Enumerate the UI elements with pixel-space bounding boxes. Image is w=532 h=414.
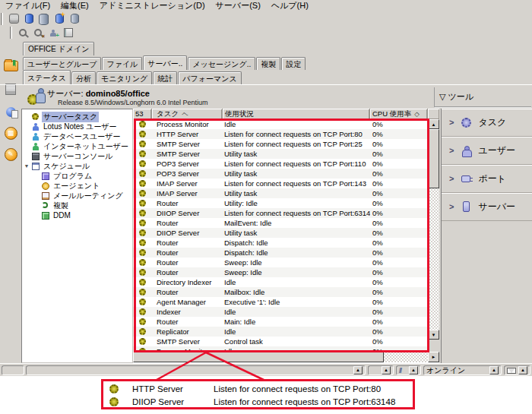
- tree-item[interactable]: インターネットユーザー: [22, 141, 132, 151]
- task-row[interactable]: POP3 Server Listen for connect requests …: [133, 159, 428, 169]
- status-mail-segment[interactable]: ▲: [504, 365, 530, 375]
- task-row[interactable]: Replicator Idle 0%: [133, 327, 428, 337]
- horizontal-scroll-thumb[interactable]: [133, 352, 384, 362]
- task-row[interactable]: SMTP Server Utility task 0%: [133, 149, 428, 159]
- status-popup-icon[interactable]: ▲: [409, 366, 418, 374]
- chevron-right-icon[interactable]: >: [449, 202, 454, 211]
- task-row[interactable]: HTTP Server Listen for connect requests …: [133, 129, 428, 139]
- status-popup-icon[interactable]: ▲: [518, 366, 527, 374]
- task-row[interactable]: Router Sweep: Idle 0%: [133, 258, 428, 267]
- column-header[interactable]: CPU 使用率◇: [370, 109, 428, 119]
- workspace-icon[interactable]: [7, 13, 21, 25]
- task-gear-icon: [139, 299, 146, 305]
- tool-item[interactable]: > タスク: [442, 109, 532, 137]
- add-user-icon[interactable]: +: [46, 27, 60, 39]
- tree-item[interactable]: エージェント: [22, 181, 132, 191]
- chevron-right-icon[interactable]: >: [449, 174, 454, 183]
- task-row[interactable]: Router MailEvent: Idle 0%: [133, 218, 428, 228]
- databases-icon[interactable]: [37, 13, 51, 25]
- task-row[interactable]: Router Sweep: Idle 0%: [133, 267, 428, 277]
- sub-tab[interactable]: 統計: [153, 71, 177, 84]
- task-row[interactable]: Process Monitor Idle 0%: [133, 346, 428, 352]
- tools-header[interactable]: ▽ ツール: [434, 87, 531, 108]
- tree-item[interactable]: プログラム: [22, 171, 132, 181]
- horizontal-scrollbar[interactable]: ►: [133, 352, 439, 362]
- menu-item[interactable]: ヘルプ(H): [266, 0, 314, 11]
- search-icon[interactable]: [16, 27, 30, 39]
- database-icon[interactable]: [22, 13, 36, 25]
- task-row[interactable]: Router Main: Idle 0%: [133, 317, 428, 327]
- task-row[interactable]: Router Utility: Idle 0%: [133, 198, 428, 208]
- tool-item[interactable]: > ユーザー: [442, 137, 532, 165]
- tool-glyph-icon: [461, 118, 471, 128]
- vertical-scrollbar[interactable]: ▲ ▼: [428, 119, 439, 352]
- tool-item[interactable]: > サーバー: [442, 193, 532, 221]
- status-location-segment[interactable]: オンライン▲: [423, 365, 502, 375]
- new-database-icon[interactable]: [52, 13, 66, 25]
- menu-item[interactable]: サーバー(S): [211, 0, 266, 11]
- chevron-right-icon[interactable]: >: [449, 146, 454, 155]
- web-admin-icon[interactable]: ✎: [3, 147, 18, 161]
- status-popup-icon[interactable]: ▲: [489, 366, 499, 374]
- status-message-segment[interactable]: ▲: [26, 365, 366, 375]
- search-domain-icon[interactable]: ×: [31, 27, 45, 39]
- main-tab[interactable]: ユーザーとグループ: [23, 57, 101, 70]
- task-row[interactable]: SMTP Server Control task 0%: [133, 337, 428, 346]
- column-header[interactable]: タスクヘ: [152, 109, 223, 119]
- main-tab[interactable]: ファイル: [102, 57, 142, 70]
- sub-tab[interactable]: パフォーマンス: [178, 71, 241, 84]
- main-tab[interactable]: 設定: [281, 57, 306, 70]
- status-signature-segment[interactable]: //▲: [396, 365, 421, 375]
- vertical-scroll-thumb[interactable]: [428, 129, 439, 188]
- callout-task-name: HTTP Server: [119, 384, 214, 393]
- scroll-up-icon[interactable]: ▲: [428, 119, 439, 129]
- tree-item[interactable]: サーバータスク: [22, 112, 132, 122]
- task-row[interactable]: DIIOP Server Utility task 0%: [133, 228, 428, 238]
- main-tab[interactable]: 複製: [256, 57, 280, 70]
- column-header[interactable]: 53: [133, 109, 152, 119]
- menu-item[interactable]: アドミニストレーション(D): [94, 0, 211, 11]
- task-row[interactable]: SMTP Server Listen for connect requests …: [133, 139, 428, 149]
- task-row[interactable]: Router Mailbox: Idle 0%: [133, 287, 428, 297]
- task-row[interactable]: IMAP Server Listen for connect requests …: [133, 179, 428, 188]
- chevron-right-icon[interactable]: >: [449, 118, 454, 127]
- sub-tab[interactable]: ステータス: [23, 70, 71, 84]
- tree-item[interactable]: データベースユーザー: [22, 131, 132, 141]
- task-row[interactable]: Router Dispatch: Idle 0%: [133, 238, 428, 248]
- task-usage-cell: Dispatch: Idle: [223, 239, 370, 247]
- menu-item[interactable]: 編集(E): [55, 0, 94, 11]
- domino-admin-icon[interactable]: ▦: [3, 126, 18, 140]
- window-tab-office-domain[interactable]: OFFICE ドメイン: [23, 42, 94, 55]
- task-row[interactable]: Agent Manager Executive '1': Idle 0%: [133, 297, 428, 307]
- tree-item[interactable]: 複製: [22, 201, 132, 210]
- menu-item[interactable]: ファイル(F): [0, 0, 55, 11]
- tool-item[interactable]: > ポート: [442, 165, 532, 193]
- task-row[interactable]: POP3 Server Utility task 0%: [133, 169, 428, 179]
- tree-item[interactable]: ▼ スケジュール: [22, 161, 132, 171]
- task-row[interactable]: Process Monitor Idle 0%: [133, 119, 428, 129]
- main-tab[interactable]: サーバー..: [143, 55, 187, 70]
- servers-icon[interactable]: [68, 13, 81, 25]
- status-popup-icon[interactable]: ▲: [353, 366, 363, 374]
- status-progress-segment[interactable]: ▲: [368, 365, 394, 375]
- status-popup-icon[interactable]: ▲: [382, 366, 391, 374]
- column-header[interactable]: 使用状況: [223, 109, 370, 119]
- tree-expander-icon[interactable]: ▼: [22, 163, 31, 169]
- tree-item[interactable]: Lotus Notes ユーザー: [22, 122, 132, 131]
- task-row[interactable]: Router Dispatch: Idle 0%: [133, 248, 428, 258]
- task-row[interactable]: Indexer Idle 0%: [133, 307, 428, 317]
- directory-icon[interactable]: [62, 27, 75, 39]
- tree-item[interactable]: メールルーティング: [22, 191, 132, 201]
- tree-item[interactable]: DDM: [22, 210, 132, 220]
- scroll-right-icon[interactable]: ►: [428, 352, 439, 362]
- scroll-down-icon[interactable]: ▼: [428, 330, 439, 340]
- sub-tab[interactable]: モニタリング: [97, 71, 152, 84]
- task-row[interactable]: Directory Indexer Idle 0%: [133, 277, 428, 287]
- bookmark-folder-icon[interactable]: [3, 59, 18, 73]
- tree-item[interactable]: サーバーコンソール: [22, 151, 132, 161]
- sort-indicator-icon: ◇: [414, 110, 420, 118]
- task-row[interactable]: IMAP Server Utility task 0%: [133, 188, 428, 198]
- task-row[interactable]: DIIOP Server Listen for connect requests…: [133, 208, 428, 218]
- main-tab[interactable]: メッセージング..: [188, 57, 255, 70]
- sub-tab[interactable]: 分析: [71, 71, 96, 84]
